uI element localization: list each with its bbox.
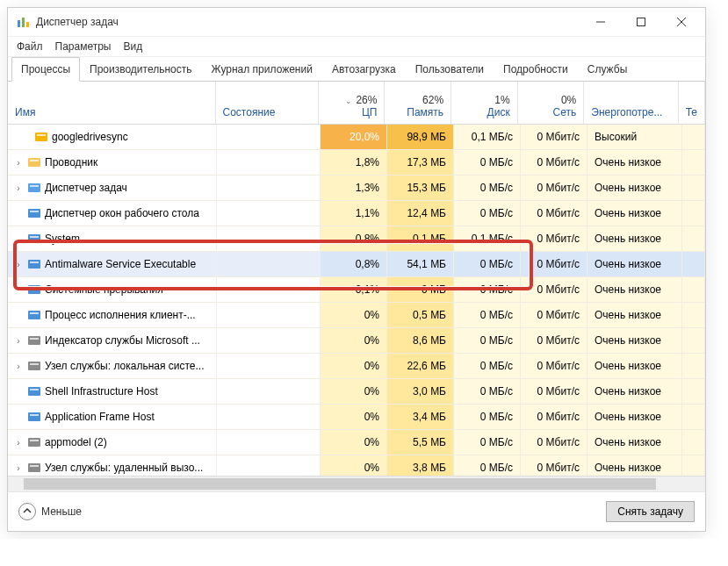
minimize-button[interactable] — [580, 8, 621, 36]
cell-status — [217, 430, 321, 455]
header-name[interactable]: Имя — [8, 82, 216, 124]
header-disk[interactable]: 1%Диск — [451, 82, 518, 124]
titlebar[interactable]: Диспетчер задач — [8, 8, 705, 37]
table-row[interactable]: Процесс исполнения клиент-...0%0,5 МБ0 М… — [8, 303, 705, 328]
cell-extra — [682, 226, 705, 251]
cell-cpu: 20,0% — [321, 125, 387, 149]
svg-rect-2 — [26, 22, 29, 27]
process-name: Application Frame Host — [45, 411, 155, 423]
table-row[interactable]: ›Узел службы: удаленный вызо...0%3,8 МБ0… — [8, 455, 705, 476]
cell-status — [217, 354, 321, 378]
tab-processes[interactable]: Процессы — [11, 57, 80, 82]
cell-memory: 3,4 МБ — [387, 405, 454, 429]
svg-rect-18 — [30, 262, 39, 263]
cell-memory: 12,4 МБ — [387, 201, 454, 226]
table-row[interactable]: Системные прерывания0,1%0 МБ0 МБ/с0 Мбит… — [8, 277, 705, 303]
tab-performance[interactable]: Производительность — [80, 57, 201, 82]
cell-name[interactable]: ›Индексатор службы Microsoft ... — [8, 328, 217, 353]
footer: Меньше Снять задачу — [8, 491, 705, 531]
menu-file[interactable]: Файл — [17, 40, 43, 53]
table-row[interactable]: Shell Infrastructure Host0%3,0 МБ0 МБ/с0… — [8, 379, 705, 405]
cell-name[interactable]: googledrivesync — [8, 125, 217, 149]
table-row[interactable]: ›Узел службы: локальная систе...0%22,6 М… — [8, 354, 705, 379]
cell-network: 0 Мбит/с — [521, 125, 587, 149]
process-name: appmodel (2) — [45, 436, 107, 448]
cell-memory: 15,3 МБ — [387, 176, 454, 200]
menu-options[interactable]: Параметры — [55, 40, 112, 53]
header-network[interactable]: 0%Сеть — [518, 82, 585, 124]
cell-extra — [682, 354, 705, 378]
cell-extra — [682, 150, 705, 175]
expand-icon[interactable]: › — [13, 438, 24, 448]
header-memory[interactable]: 62%Память — [385, 82, 451, 124]
table-row[interactable]: ›Индексатор службы Microsoft ...0%8,6 МБ… — [8, 328, 705, 354]
cell-memory: 98,9 МБ — [387, 125, 454, 149]
fewer-details-toggle[interactable]: Меньше — [18, 503, 82, 520]
end-task-button[interactable]: Снять задачу — [606, 501, 695, 522]
svg-rect-9 — [28, 158, 40, 167]
tab-details[interactable]: Подробности — [494, 57, 578, 82]
cell-status — [217, 176, 321, 200]
tab-services[interactable]: Службы — [578, 57, 637, 82]
process-icon — [27, 232, 41, 246]
header-extra[interactable]: Те — [679, 82, 705, 124]
close-button[interactable] — [661, 8, 702, 36]
cell-name[interactable]: System — [8, 226, 217, 251]
header-cpu[interactable]: ⌄26% ЦП — [319, 82, 386, 124]
cell-name[interactable]: ›Antimalware Service Executable — [8, 252, 217, 276]
cell-name[interactable]: Диспетчер окон рабочего стола — [8, 201, 217, 226]
sort-indicator-icon: ⌄ — [345, 97, 352, 105]
horizontal-scrollbar[interactable] — [8, 476, 705, 491]
cell-name[interactable]: Системные прерывания — [8, 277, 217, 302]
cell-disk: 0 МБ/с — [454, 303, 521, 327]
cell-status — [217, 226, 321, 251]
cell-name[interactable]: Application Frame Host — [8, 405, 217, 429]
cell-network: 0 Мбит/с — [521, 201, 587, 226]
table-row[interactable]: ›appmodel (2)0%5,5 МБ0 МБ/с0 Мбит/сОчень… — [8, 430, 705, 455]
expand-icon[interactable]: › — [13, 463, 24, 473]
table-row[interactable]: ›Проводник1,8%17,3 МБ0 МБ/с0 Мбит/сОчень… — [8, 150, 705, 176]
table-row[interactable]: System0,8%0,1 МБ0,1 МБ/с0 Мбит/сОчень ни… — [8, 226, 705, 252]
expand-icon[interactable]: › — [13, 260, 24, 269]
table-row[interactable]: ›Antimalware Service Executable0,8%54,1 … — [8, 252, 705, 277]
cell-memory: 22,6 МБ — [387, 354, 454, 378]
collapse-icon — [18, 503, 36, 520]
table-row[interactable]: ›Диспетчер задач1,3%15,3 МБ0 МБ/с0 Мбит/… — [8, 176, 705, 201]
expand-icon[interactable]: › — [13, 362, 24, 371]
table-row[interactable]: Application Frame Host0%3,4 МБ0 МБ/с0 Мб… — [8, 405, 705, 430]
expand-icon[interactable]: › — [13, 336, 24, 346]
cell-memory: 17,3 МБ — [387, 150, 454, 175]
svg-rect-30 — [30, 414, 39, 416]
cell-name[interactable]: Shell Infrastructure Host — [8, 379, 217, 404]
tab-startup[interactable]: Автозагрузка — [322, 57, 406, 82]
cell-status — [217, 201, 321, 226]
header-power[interactable]: Энергопотре... — [584, 82, 678, 124]
maximize-button[interactable] — [621, 8, 661, 36]
expand-icon[interactable]: › — [13, 158, 24, 168]
table-row[interactable]: googledrivesync20,0%98,9 МБ0,1 МБ/с0 Мби… — [8, 125, 705, 150]
scrollbar-thumb[interactable] — [24, 478, 656, 490]
svg-rect-31 — [28, 438, 40, 447]
cell-cpu: 0% — [321, 303, 387, 327]
cell-name[interactable]: ›Узел службы: локальная систе... — [8, 354, 217, 378]
cell-cpu: 1,1% — [321, 201, 387, 226]
cell-name[interactable]: ›Проводник — [8, 150, 217, 175]
table-row[interactable]: Диспетчер окон рабочего стола1,1%12,4 МБ… — [8, 201, 705, 226]
cell-name[interactable]: ›Диспетчер задач — [8, 176, 217, 200]
tab-users[interactable]: Пользователи — [406, 57, 494, 82]
menu-view[interactable]: Вид — [123, 40, 142, 53]
cell-name[interactable]: ›appmodel (2) — [8, 430, 217, 455]
tab-app-history[interactable]: Журнал приложений — [202, 57, 322, 82]
svg-rect-4 — [638, 18, 645, 26]
cell-name[interactable]: ›Узел службы: удаленный вызо... — [8, 455, 217, 476]
process-icon — [27, 206, 41, 220]
cell-disk: 0 МБ/с — [454, 150, 521, 175]
task-manager-window: Диспетчер задач Файл Параметры Вид Проце… — [7, 7, 706, 532]
cell-memory: 3,0 МБ — [387, 379, 454, 404]
cell-name[interactable]: Процесс исполнения клиент-... — [8, 303, 217, 327]
process-rows: googledrivesync20,0%98,9 МБ0,1 МБ/с0 Мби… — [8, 125, 705, 476]
cell-network: 0 Мбит/с — [521, 150, 587, 175]
cell-power: Очень низкое — [587, 226, 682, 251]
header-status[interactable]: Состояние — [216, 82, 319, 124]
expand-icon[interactable]: › — [13, 183, 24, 193]
